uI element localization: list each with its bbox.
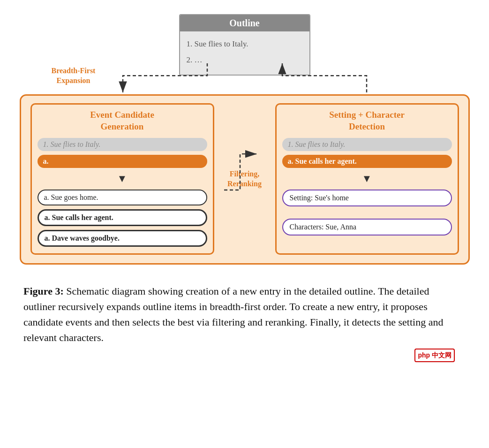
left-panel-arrow-down: ▼ (38, 173, 207, 185)
left-panel-candidate-3: a. Dave waves goodbye. (38, 230, 207, 247)
filter-label-container: Filtering, Reranking (224, 103, 266, 255)
diagram-container: Outline 1. Sue flies to Italy. 2. … Brea… (9, 9, 480, 269)
outline-item-1: 1. Sue flies to Italy. (187, 36, 303, 52)
outline-box: Outline 1. Sue flies to Italy. 2. … (179, 14, 310, 76)
left-panel: Event Candidate Generation 1. Sue flies … (30, 103, 214, 255)
right-panel-input: 1. Sue flies to Italy. (282, 138, 452, 151)
left-panel-candidate-1: a. Sue goes home. (38, 190, 207, 205)
filter-label: Filtering, Reranking (224, 169, 266, 189)
left-panel-title: Event Candidate Generation (38, 109, 207, 132)
right-panel-arrow-down: ▼ (282, 173, 452, 185)
figure-caption: Figure 3: Schematic diagram showing crea… (9, 283, 469, 345)
left-panel-selected: a. (38, 155, 207, 168)
right-panel-setting: Setting: Sue's home (282, 190, 452, 206)
diagram-wrapper: Outline 1. Sue flies to Italy. 2. … Brea… (20, 14, 470, 265)
figure-label: Figure 3: (23, 285, 64, 297)
php-badge: php 中文网 (414, 349, 455, 362)
bfs-label: Breadth-First Expansion (45, 66, 102, 86)
right-panel-selected: a. Sue calls her agent. (282, 155, 452, 168)
left-panel-candidate-2: a. Sue calls her agent. (38, 209, 207, 226)
panels-container: Event Candidate Generation 1. Sue flies … (20, 94, 470, 265)
outline-body: 1. Sue flies to Italy. 2. … (180, 31, 309, 75)
outline-item-2: 2. … (187, 52, 303, 68)
right-panel-title: Setting + Character Detection (282, 109, 452, 132)
right-panel-characters: Characters: Sue, Anna (282, 219, 452, 235)
outline-title: Outline (180, 15, 309, 31)
left-panel-input: 1. Sue flies to Italy. (38, 138, 207, 151)
right-panel: Setting + Character Detection 1. Sue fli… (275, 103, 459, 255)
outer-orange-box: Event Candidate Generation 1. Sue flies … (20, 94, 470, 265)
caption-text: Schematic diagram showing creation of a … (23, 285, 443, 343)
